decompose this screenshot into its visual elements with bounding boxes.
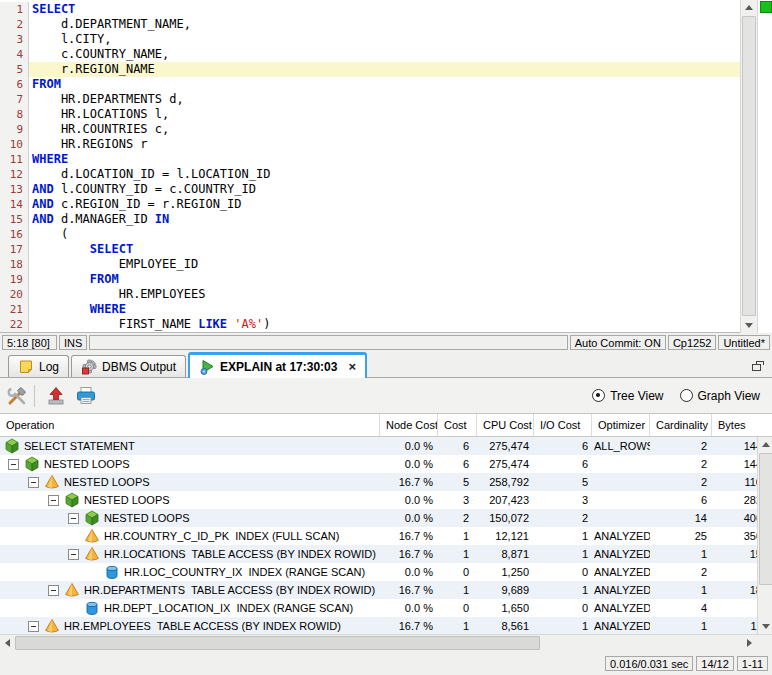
collapse-expander-icon[interactable] <box>68 513 79 524</box>
column-header-i-o-cost[interactable]: I/O Cost <box>534 414 592 436</box>
code-line[interactable]: c.COUNTRY_NAME, <box>29 47 740 62</box>
editor-line: 5 r.REGION_NAME <box>0 62 740 77</box>
collapse-expander-icon[interactable] <box>28 477 39 488</box>
plan-row[interactable]: NESTED LOOPS0.0 %6275,47462144 <box>0 455 772 473</box>
code-line[interactable]: FROM <box>29 272 740 287</box>
code-line[interactable]: AND d.MANAGER_ID IN <box>29 212 740 227</box>
plan-row[interactable]: HR.LOCATIONS TABLE ACCESS (BY INDEX ROWI… <box>0 545 772 563</box>
editor-vertical-scrollbar[interactable] <box>740 0 757 333</box>
collapse-expander-icon[interactable] <box>68 549 79 560</box>
close-icon[interactable]: × <box>348 359 356 374</box>
collapse-expander-icon[interactable] <box>8 459 19 470</box>
io-cost-cell: 1 <box>534 527 592 545</box>
print-icon[interactable] <box>73 383 99 409</box>
export-icon[interactable] <box>43 383 69 409</box>
plan-hscroll-thumb[interactable] <box>15 636 540 650</box>
code-line[interactable]: FIRST_NAME LIKE 'A%') <box>29 317 740 332</box>
rows-cols-count: 14/12 <box>696 656 734 671</box>
line-number: 18 <box>0 257 29 272</box>
plan-row[interactable]: NESTED LOOPS0.0 %2150,072214406 <box>0 509 772 527</box>
sql-text: EMPLOYEE_ID <box>32 257 198 271</box>
code-line[interactable]: l.CITY, <box>29 32 740 47</box>
cardinality-cell: 1 <box>650 545 712 563</box>
plan-row[interactable]: HR.LOC_COUNTRY_IX INDEX (RANGE SCAN)0.0 … <box>0 563 772 581</box>
plan-row[interactable]: HR.DEPT_LOCATION_IX INDEX (RANGE SCAN)0.… <box>0 599 772 617</box>
node-cost-cell: 0.0 % <box>380 563 438 581</box>
plan-row[interactable]: SELECT STATEMENT0.0 %6275,4746ALL_ROWS21… <box>0 437 772 455</box>
editor-scroll-thumb[interactable] <box>742 16 756 316</box>
code-line[interactable]: HR.COUNTRIES c, <box>29 122 740 137</box>
encoding-indicator: Cp1252 <box>668 335 717 350</box>
code-line[interactable]: AND l.COUNTRY_ID = c.COUNTRY_ID <box>29 182 740 197</box>
tab-explain-at-17-30-03[interactable]: EXPLAIN at 17:30:03× <box>188 352 367 378</box>
plan-row[interactable]: HR.EMPLOYEES TABLE ACCESS (BY INDEX ROWI… <box>0 617 772 634</box>
radio-unselected-icon[interactable] <box>680 389 693 402</box>
collapse-expander-icon[interactable] <box>28 621 39 632</box>
column-header-operation[interactable]: Operation <box>0 414 380 436</box>
code-line[interactable]: d.LOCATION_ID = l.LOCATION_ID <box>29 167 740 182</box>
cardinality-cell: 1 <box>650 581 712 599</box>
radio-graph-view[interactable]: Graph View <box>680 389 760 403</box>
current-code-line[interactable]: r.REGION_NAME <box>29 62 740 77</box>
code-line[interactable]: AND c.REGION_ID = r.REGION_ID <box>29 197 740 212</box>
code-line[interactable]: d.DEPARTMENT_NAME, <box>29 17 740 32</box>
scroll-up-icon[interactable] <box>741 0 756 15</box>
collapse-expander-icon[interactable] <box>48 585 59 596</box>
column-header-optimizer[interactable]: Optimizer <box>592 414 650 436</box>
settings-tools-icon[interactable] <box>4 383 30 409</box>
editor-line: 13AND l.COUNTRY_ID = c.COUNTRY_ID <box>0 182 740 197</box>
scroll-down-icon[interactable] <box>741 318 756 333</box>
cpu-cost-cell: 9,689 <box>477 581 534 599</box>
code-line[interactable]: HR.EMPLOYEES <box>29 287 740 302</box>
scroll-down-icon[interactable] <box>758 619 772 634</box>
plan-vertical-scrollbar[interactable] <box>757 437 772 634</box>
radio-selected-icon[interactable] <box>592 389 605 402</box>
scroll-right-icon[interactable] <box>742 635 757 650</box>
plan-row[interactable]: NESTED LOOPS0.0 %3207,42336282 <box>0 491 772 509</box>
plan-row[interactable]: HR.COUNTRY_C_ID_PK INDEX (FULL SCAN)16.7… <box>0 527 772 545</box>
sql-keyword: SELECT <box>90 242 133 256</box>
code-line[interactable]: EMPLOYEE_ID <box>29 257 740 272</box>
cardinality-cell: 2 <box>650 455 712 473</box>
scroll-left-icon[interactable] <box>0 635 15 650</box>
radio-tree-view[interactable]: Tree View <box>592 389 663 403</box>
cpu-cost-cell: 207,423 <box>477 491 534 509</box>
editor-line: 21 WHERE <box>0 302 740 317</box>
scroll-up-icon[interactable] <box>758 437 772 452</box>
code-line[interactable]: SELECT <box>29 242 740 257</box>
code-line[interactable]: HR.LOCATIONS l, <box>29 107 740 122</box>
collapse-expander-icon[interactable] <box>48 495 59 506</box>
log-note-icon <box>18 359 34 375</box>
code-line[interactable]: WHERE <box>29 302 740 317</box>
undock-pane-icon[interactable] <box>752 361 764 371</box>
code-line[interactable]: WHERE <box>29 152 740 167</box>
sql-text: d.DEPARTMENT_NAME, <box>32 17 191 31</box>
column-header-node-cost[interactable]: Node Cost <box>380 414 438 436</box>
code-line[interactable]: ( <box>29 227 740 242</box>
column-header-bytes[interactable]: Bytes <box>712 414 772 436</box>
cardinality-cell: 4 <box>650 599 712 617</box>
tab-log[interactable]: Log <box>8 355 69 377</box>
column-header-cost[interactable]: Cost <box>438 414 477 436</box>
optimizer-cell: ANALYZED <box>592 581 650 599</box>
operation-cell: NESTED LOOPS <box>0 455 380 473</box>
node-cost-cell: 16.7 % <box>380 527 438 545</box>
column-header-cardinality[interactable]: Cardinality <box>650 414 712 436</box>
code-line[interactable]: HR.REGIONS r <box>29 137 740 152</box>
operation-cell: SELECT STATEMENT <box>0 437 380 455</box>
code-line[interactable]: FROM <box>29 77 740 92</box>
sql-text: d.LOCATION_ID = l.LOCATION_ID <box>32 167 270 181</box>
plan-horizontal-scrollbar[interactable] <box>0 634 772 651</box>
column-header-cpu-cost[interactable]: CPU Cost <box>477 414 534 436</box>
plan-row[interactable]: HR.DEPARTMENTS TABLE ACCESS (BY INDEX RO… <box>0 581 772 599</box>
line-number: 14 <box>0 197 29 212</box>
tab-dbms-output[interactable]: DBMS Output <box>71 355 186 377</box>
code-line[interactable]: SELECT <box>29 2 740 17</box>
plan-scroll-thumb[interactable] <box>759 453 772 585</box>
operation-label: HR.DEPARTMENTS TABLE ACCESS (BY INDEX RO… <box>84 581 375 599</box>
plan-row[interactable]: NESTED LOOPS16.7 %5258,79252116 <box>0 473 772 491</box>
cardinality-cell: 6 <box>650 491 712 509</box>
code-line[interactable]: HR.DEPARTMENTS d, <box>29 92 740 107</box>
editor-lines[interactable]: 1SELECT2 d.DEPARTMENT_NAME,3 l.CITY,4 c.… <box>0 0 740 333</box>
tree-indent <box>0 464 8 465</box>
